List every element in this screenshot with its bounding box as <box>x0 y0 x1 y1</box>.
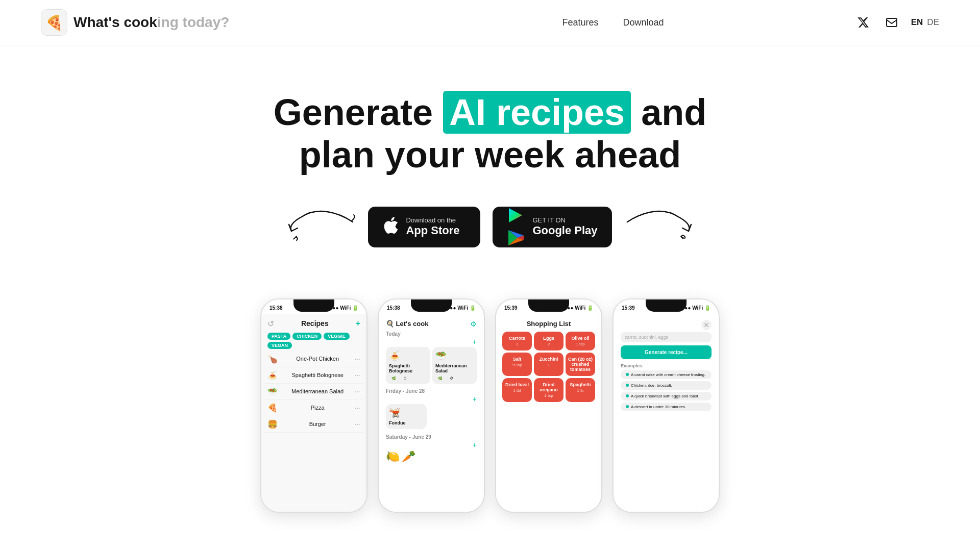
svg-rect-0 <box>887 18 897 27</box>
recipe-tag-3: VEGAN <box>267 342 292 349</box>
headline-before: Generate <box>274 92 443 133</box>
ai-search-field: carrot, zucchini, eggs <box>621 332 712 342</box>
lets-cook-title: 🍳 Let's cook <box>386 320 428 328</box>
ai-generate-btn: Generate recipe... <box>621 345 712 359</box>
lang-en[interactable]: EN <box>911 17 923 28</box>
shopping-item-6: Dried basil 1 tbl <box>502 378 532 402</box>
ai-example-text-0: A carrot cake with cream cheese frosting… <box>631 372 705 377</box>
section-saturday: Saturday - June 29 <box>383 432 480 441</box>
phone-screen-ai: ✕ carrot, zucchini, eggs Generate recipe… <box>614 314 719 512</box>
recipe-tag-0: PASTA <box>267 333 290 340</box>
shopping-item-1: Eggs 2 <box>534 332 564 350</box>
recipe-dots-3: ··· <box>354 404 360 412</box>
phone-time-2: 15:38 <box>387 305 400 311</box>
shopping-item-5: Can (28 oz) crushed tomatoes <box>566 353 595 376</box>
phone-notch-1 <box>293 299 334 312</box>
phone-time-1: 15:38 <box>270 305 283 311</box>
hero-headline: Generate AI recipes and plan your week a… <box>274 91 706 176</box>
ai-dot-0 <box>626 373 629 376</box>
shopping-item-4: Zucchini 1 <box>534 353 564 376</box>
recipe-item-icon-4: 🍔 <box>267 419 278 429</box>
recipe-item-name-2: Mediterranean Salad <box>291 388 344 394</box>
header: 🍕 What's cooking today? Features Downloa… <box>0 0 980 45</box>
ai-example-2: A quick breakfast with eggs and toast. <box>621 392 712 400</box>
logo-text: What's cooking today? <box>74 14 229 31</box>
headline-line2: plan your week ahead <box>299 134 681 175</box>
recipe-item-name-3: Pizza <box>311 405 325 411</box>
shopping-grid: Carrots 1 Eggs 2 Olive oil 1 tsp Salt ½ … <box>500 330 597 404</box>
twitter-icon[interactable] <box>854 13 872 32</box>
recipe-item-4: 🍔 Burger ··· <box>264 416 363 433</box>
headline-after: and <box>631 92 706 133</box>
recipe-item-name-1: Spaghetti Bolognese <box>291 372 344 378</box>
cta-buttons: Download on the App Store <box>368 207 611 247</box>
recipe-item-0: 🍗 One-Pot Chicken ··· <box>264 351 363 367</box>
logo-text-gray: ing today? <box>157 14 230 30</box>
meal-card-name-0: Spaghetti Bolognese <box>389 363 427 374</box>
meal-card-name-1: Mediterranean Salad <box>435 363 474 374</box>
apple-icon <box>382 216 399 238</box>
mail-icon[interactable] <box>883 13 901 32</box>
lang-de[interactable]: DE <box>927 17 939 28</box>
phone-screen-cook: 🍳 Let's cook ⚙ Today + 🍝 Spaghetti Bolog… <box>379 314 484 512</box>
recipe-item-3: 🍕 Pizza ··· <box>264 400 363 416</box>
phone-mockup-cook: 15:38 ●●● WiFi 🔋 🍳 Let's cook ⚙ Today + … <box>378 298 485 513</box>
arrow-right-decoration <box>622 202 694 242</box>
app-store-text: Download on the App Store <box>406 216 459 237</box>
recipe-dots-4: ··· <box>354 420 360 428</box>
section-friday: Friday - June 28 <box>383 386 480 395</box>
recipe-tag-2: VEGGIE <box>324 333 350 340</box>
recipe-item-name-4: Burger <box>309 421 326 427</box>
recipe-item-2: 🥗 Mediterranean Salad ··· <box>264 384 363 400</box>
ai-dot-1 <box>626 384 629 387</box>
recipe-dots-2: ··· <box>354 387 360 395</box>
shopping-item-0: Carrots 1 <box>502 332 532 350</box>
phone-notch-3 <box>528 299 569 312</box>
app-store-sub: Download on the <box>406 216 459 224</box>
meal-card-0: 🍝 Spaghetti Bolognese 🌿 ⏱ <box>386 347 430 385</box>
ai-examples-title: Examples: <box>618 363 715 370</box>
logo: 🍕 What's cooking today? <box>41 9 229 36</box>
fondue-name: Fondue <box>389 420 424 426</box>
meal-grid-today: 🍝 Spaghetti Bolognese 🌿 ⏱ 🥗 Mediterranea… <box>383 347 480 387</box>
recipe-item-icon-3: 🍕 <box>267 403 278 413</box>
phone-notch-4 <box>646 299 687 312</box>
ai-example-0: A carrot cake with cream cheese frosting… <box>621 370 712 379</box>
ai-example-1: Chicken, rice, broccoli. <box>621 381 712 390</box>
meal-card-fondue: 🫕 Fondue <box>386 404 427 429</box>
nav-features[interactable]: Features <box>562 17 598 28</box>
meal-card-icon-1: 🥗 <box>435 350 474 361</box>
app-store-button[interactable]: Download on the App Store <box>368 207 480 247</box>
ai-example-3: A dessert in under 30 minutes. <box>621 403 712 411</box>
phone-notch-2 <box>411 299 452 312</box>
logo-icon: 🍕 <box>41 9 67 36</box>
phone-mockup-shopping: 15:39 ●●● WiFi 🔋 Shopping List Carrots 1… <box>495 298 602 513</box>
phone-screen-shopping: Shopping List Carrots 1 Eggs 2 Olive oil… <box>496 314 601 512</box>
google-play-text: GET IT ON Google Play <box>532 216 597 237</box>
recipe-dots-1: ··· <box>354 371 360 379</box>
recipe-header: ↺ Recipes + <box>264 317 363 331</box>
section-today: Today <box>383 329 480 338</box>
google-play-button[interactable]: GET IT ON Google Play <box>493 207 611 247</box>
phone-mockup-recipes: 15:38 ●●● WiFi 🔋 ↺ Recipes + PASTA CHICK… <box>260 298 368 513</box>
nav-download[interactable]: Download <box>623 17 664 28</box>
recipe-item-1: 🍝 Spaghetti Bolognese ··· <box>264 367 363 384</box>
ai-example-text-1: Chicken, rice, broccoli. <box>631 383 672 388</box>
phones-section: 15:38 ●●● WiFi 🔋 ↺ Recipes + PASTA CHICK… <box>0 278 980 513</box>
meal-card-icon-0: 🍝 <box>389 350 427 361</box>
play-store-icon <box>507 207 525 247</box>
phone-screen-recipes: ↺ Recipes + PASTA CHICKEN VEGGIE VEGAN 🍗… <box>261 314 366 512</box>
headline-highlight: AI recipes <box>443 91 631 134</box>
google-play-main: Google Play <box>532 224 597 237</box>
recipe-item-icon-1: 🍝 <box>267 370 278 380</box>
header-right: EN DE <box>854 13 939 32</box>
shopping-item-7: Dried oregano 1 tsp <box>534 378 564 402</box>
shopping-item-3: Salt ½ tsp <box>502 353 532 376</box>
google-play-sub: GET IT ON <box>532 216 597 224</box>
shopping-item-2: Olive oil 1 tsp <box>566 332 595 350</box>
phone-time-4: 15:39 <box>622 305 635 311</box>
fondue-icon: 🫕 <box>389 407 424 418</box>
lets-cook-header: 🍳 Let's cook ⚙ <box>383 318 480 329</box>
recipes-title: Recipes <box>301 319 329 328</box>
arrow-left-decoration <box>286 202 358 242</box>
